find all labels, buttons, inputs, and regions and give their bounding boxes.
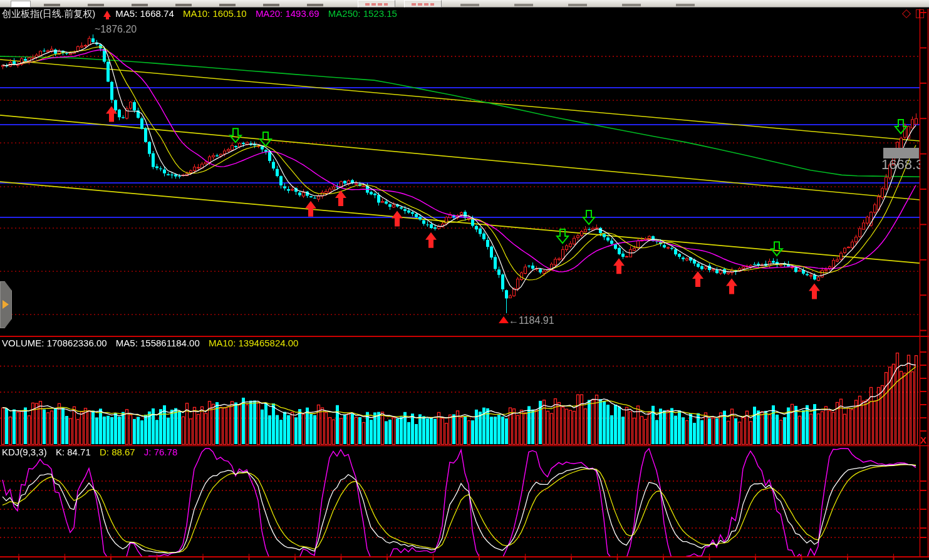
menu-text-remnants bbox=[44, 4, 338, 6]
kdj-k-readout: K: 84.71 bbox=[56, 447, 91, 457]
instrument-title: 创业板指(日线.前复权) bbox=[2, 8, 95, 19]
expand-arrow-icon bbox=[3, 300, 9, 309]
indicator-close-button[interactable]: X bbox=[920, 435, 926, 445]
kdj-j-readout: J: 76.78 bbox=[144, 447, 177, 457]
low-point-marker bbox=[499, 316, 509, 323]
high-price-label: ~1876.20 bbox=[95, 24, 137, 35]
toolbar-button-quote[interactable] bbox=[358, 0, 395, 8]
button-red-text-remnant bbox=[412, 3, 434, 6]
chart-corner-tools bbox=[903, 8, 924, 18]
diamond-icon[interactable] bbox=[902, 9, 911, 18]
frame-icon[interactable] bbox=[916, 9, 924, 18]
ma10-readout: MA10: 1605.10 bbox=[183, 8, 247, 19]
kdj-d-readout: D: 88.67 bbox=[100, 447, 135, 457]
kdj-pane-header: KDJ(9,3,3) K: 84.71 D: 88.67 J: 76.78 bbox=[2, 447, 184, 457]
volume-ma5-readout: MA5: 155861184.00 bbox=[116, 338, 200, 348]
ma5-readout: MA5: 1668.74 bbox=[115, 8, 174, 19]
volume-readout: VOLUME: 170862336.00 bbox=[2, 338, 107, 348]
ma20-readout: MA20: 1493.69 bbox=[256, 8, 319, 19]
main-chart-header: 创业板指(日线.前复权) MA5: 1668.74 MA10: 1605.10 … bbox=[2, 8, 403, 20]
ma250-readout: MA250: 1523.15 bbox=[328, 8, 397, 19]
last-price-tag: 1668.3 bbox=[881, 157, 920, 173]
sidebar-flyout-handle[interactable] bbox=[0, 281, 12, 328]
low-price-label: ←1184.91 bbox=[509, 315, 554, 326]
menu-bar[interactable] bbox=[0, 0, 929, 8]
volume-ma10-readout: MA10: 139465824.00 bbox=[209, 338, 298, 348]
menu-logo-box bbox=[11, 1, 31, 8]
kdj-name: KDJ(9,3,3) bbox=[2, 447, 47, 457]
button-red-text-remnant bbox=[365, 3, 388, 6]
chart-canvas[interactable] bbox=[0, 0, 929, 560]
toolbar-button-change[interactable] bbox=[404, 0, 442, 8]
volume-pane-header: VOLUME: 170862336.00 MA5: 155861184.00 M… bbox=[2, 338, 304, 348]
trading-app-window: 创业板指(日线.前复权) MA5: 1668.74 MA10: 1605.10 … bbox=[0, 0, 929, 560]
red-up-arrow-icon bbox=[103, 11, 111, 17]
menu-text-remnants bbox=[460, 4, 724, 6]
